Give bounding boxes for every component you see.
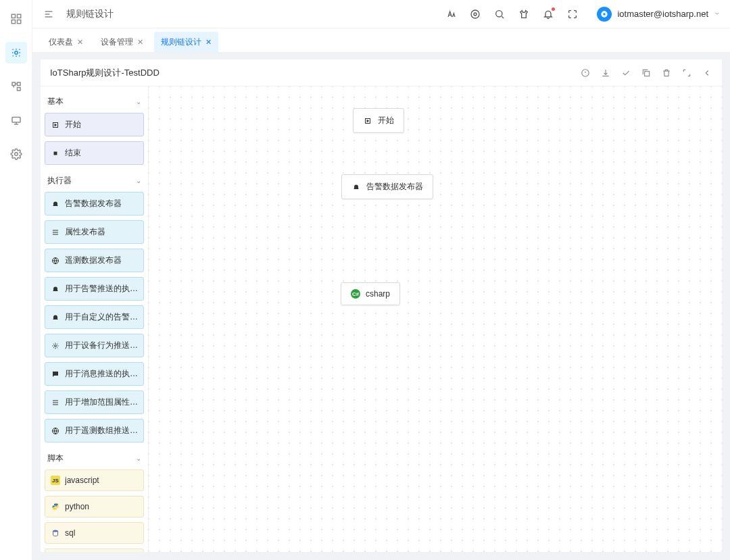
tab-dashboard[interactable]: 仪表盘 ✕: [42, 32, 90, 52]
palette-item-label: 用于遥测数组推送的执行器: [65, 425, 138, 436]
tab-devices[interactable]: 设备管理 ✕: [94, 32, 150, 52]
chevron-down-icon: ⌄: [136, 177, 141, 184]
nav-dashboard[interactable]: [5, 8, 27, 30]
designer-canvas[interactable]: 开始 告警数据发布器 C# csharp: [149, 86, 722, 552]
palette-group-executor[interactable]: 执行器 ⌄: [45, 170, 144, 192]
palette-item-label: 用于增加范围属性的执行器: [65, 397, 138, 408]
list-icon: [51, 398, 60, 407]
expand-icon[interactable]: [681, 68, 692, 78]
palette-item-scope-attr-exec[interactable]: 用于增加范围属性的执行器: [45, 390, 144, 414]
tab-label: 仪表盘: [49, 36, 73, 48]
palette-group-script[interactable]: 脚本 ⌄: [45, 447, 144, 469]
bell-icon: [51, 199, 60, 209]
palette-item-custom-alarm-push-exec[interactable]: 用于自定义的告警推送的…: [45, 305, 144, 329]
nav-designer[interactable]: [5, 42, 27, 63]
palette-item-javascript[interactable]: JS javascript: [45, 469, 144, 491]
palette-item-label: 属性发布器: [65, 226, 105, 238]
palette-item-sql[interactable]: sql: [45, 522, 144, 544]
svg-point-12: [496, 10, 502, 16]
js-icon: JS: [51, 476, 60, 485]
stop-icon: [51, 149, 60, 158]
palette-item-label: python: [65, 502, 89, 511]
palette-item-message-push-exec[interactable]: 用于消息推送的执行器: [45, 362, 144, 386]
palette-item-end[interactable]: 结束: [45, 141, 144, 165]
svg-rect-6: [17, 88, 20, 91]
svg-rect-18: [54, 151, 57, 155]
gear-icon: [51, 341, 60, 351]
canvas-node-start[interactable]: 开始: [353, 108, 404, 133]
search-icon[interactable]: [494, 9, 505, 20]
designer-header: IoTSharp规则设计-TestDDD: [41, 59, 722, 86]
delete-icon[interactable]: [661, 68, 672, 78]
palette-item-label: 遥测数据发布器: [65, 255, 122, 266]
palette-item-label: 结束: [65, 147, 81, 159]
tab-label: 规则链设计: [161, 36, 201, 48]
palette-group-title: 脚本: [47, 453, 64, 464]
nav-flows[interactable]: [5, 76, 27, 97]
canvas-node-csharp[interactable]: C# csharp: [341, 282, 400, 305]
font-size-icon[interactable]: [445, 9, 456, 20]
palette-group-basic[interactable]: 基本 ⌄: [45, 91, 144, 113]
check-icon[interactable]: [620, 68, 631, 78]
page-title: 规则链设计: [66, 8, 114, 20]
svg-point-10: [471, 10, 479, 18]
palette-item-telemetry-publisher[interactable]: 遥测数据发布器: [45, 249, 144, 272]
menu-toggle-icon[interactable]: [42, 7, 55, 21]
svg-point-14: [604, 13, 606, 16]
canvas-node-label: 开始: [378, 115, 394, 126]
sql-icon: [51, 528, 60, 538]
canvas-node-alarm-publisher[interactable]: 告警数据发布器: [341, 174, 433, 199]
node-palette: 基本 ⌄ 开始 结束 执行器: [41, 86, 149, 552]
close-icon[interactable]: ✕: [77, 38, 83, 47]
svg-rect-2: [11, 20, 15, 24]
bell-icon: [351, 182, 361, 192]
svg-rect-5: [12, 82, 16, 86]
palette-item-telemetry-array-push-exec[interactable]: 用于遥测数组推送的执行器: [45, 419, 144, 442]
palette-item-python[interactable]: python: [45, 496, 144, 517]
close-icon[interactable]: ✕: [137, 38, 143, 47]
palette-group-title: 执行器: [47, 175, 72, 186]
nav-devices[interactable]: [5, 109, 27, 131]
help-action-icon[interactable]: [580, 68, 591, 78]
palette-item-attr-publisher[interactable]: 属性发布器: [45, 220, 144, 244]
svg-point-4: [14, 51, 18, 55]
close-icon[interactable]: ✕: [205, 38, 212, 47]
shirt-icon[interactable]: [518, 9, 529, 20]
palette-item-alarm-push-exec[interactable]: 用于告警推送的执行器: [45, 277, 144, 301]
svg-rect-0: [11, 14, 15, 18]
svg-rect-3: [17, 20, 20, 24]
palette-group-title: 基本: [47, 96, 64, 107]
top-header: 规则链设计 iotmaster@iotsharp.net: [32, 0, 730, 28]
palette-item-label: 用于消息推送的执行器: [65, 368, 138, 380]
chevron-down-icon: ⌄: [136, 98, 141, 105]
list-icon: [51, 228, 60, 237]
svg-rect-8: [12, 118, 20, 123]
copy-icon[interactable]: [641, 68, 652, 78]
avatar: [597, 7, 612, 22]
palette-item-alarm-publisher[interactable]: 告警数据发布器: [45, 192, 144, 215]
nav-settings[interactable]: [5, 143, 27, 165]
bell-icon[interactable]: [543, 9, 554, 20]
tab-designer[interactable]: 规则链设计 ✕: [154, 32, 218, 52]
canvas-node-label: csharp: [366, 289, 390, 299]
tabs-bar: 仪表盘 ✕ 设备管理 ✕ 规则链设计 ✕: [32, 28, 730, 53]
user-menu[interactable]: iotmaster@iotsharp.net: [597, 7, 721, 22]
globe-icon: [51, 426, 60, 436]
svg-point-20: [55, 345, 57, 347]
svg-rect-1: [17, 14, 20, 18]
svg-point-22: [53, 530, 58, 532]
svg-point-11: [474, 13, 477, 16]
download-icon[interactable]: [600, 68, 611, 78]
back-icon[interactable]: [702, 68, 712, 78]
palette-item-label: 用于告警推送的执行器: [65, 283, 138, 295]
palette-item-start[interactable]: 开始: [45, 113, 144, 136]
palette-item-device-behavior-push-exec[interactable]: 用于设备行为推送的执行器: [45, 334, 144, 357]
bell-icon: [51, 284, 60, 294]
palette-item-lua[interactable]: lua: [45, 549, 144, 552]
python-icon: [51, 502, 60, 511]
globe-icon: [51, 256, 60, 265]
svg-point-9: [14, 153, 18, 156]
fullscreen-icon[interactable]: [567, 9, 578, 20]
notification-dot: [552, 7, 555, 11]
help-icon[interactable]: [470, 9, 481, 20]
